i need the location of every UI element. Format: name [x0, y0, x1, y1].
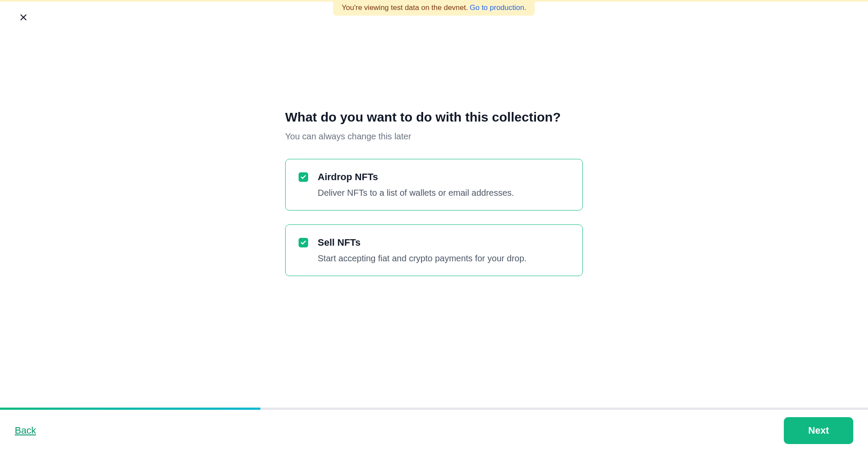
option-title-sell: Sell NFTs: [318, 237, 526, 248]
close-button[interactable]: [18, 12, 29, 23]
option-text-sell: Sell NFTs Start accepting fiat and crypt…: [318, 237, 526, 263]
option-card-airdrop[interactable]: Airdrop NFTs Deliver NFTs to a list of w…: [285, 159, 583, 211]
option-desc-airdrop: Deliver NFTs to a list of wallets or ema…: [318, 188, 514, 198]
checkbox-sell[interactable]: [299, 238, 308, 247]
back-button[interactable]: Back: [15, 425, 36, 436]
go-to-production-link[interactable]: Go to production.: [470, 3, 526, 12]
close-icon: [19, 13, 28, 22]
checkmark-icon: [300, 174, 306, 180]
option-desc-sell: Start accepting fiat and crypto payments…: [318, 253, 526, 263]
next-button[interactable]: Next: [784, 417, 853, 444]
option-card-sell[interactable]: Sell NFTs Start accepting fiat and crypt…: [285, 224, 583, 276]
checkbox-airdrop[interactable]: [299, 172, 308, 182]
page-subheading: You can always change this later: [285, 132, 583, 142]
notice-bar: You're viewing test data on the devnet. …: [333, 0, 535, 16]
checkmark-icon: [300, 240, 306, 246]
footer: Back Next: [0, 410, 868, 451]
main-content: What do you want to do with this collect…: [285, 110, 583, 290]
notice-text: You're viewing test data on the devnet.: [342, 3, 468, 12]
option-text-airdrop: Airdrop NFTs Deliver NFTs to a list of w…: [318, 171, 514, 198]
page-heading: What do you want to do with this collect…: [285, 110, 583, 125]
option-title-airdrop: Airdrop NFTs: [318, 171, 514, 183]
